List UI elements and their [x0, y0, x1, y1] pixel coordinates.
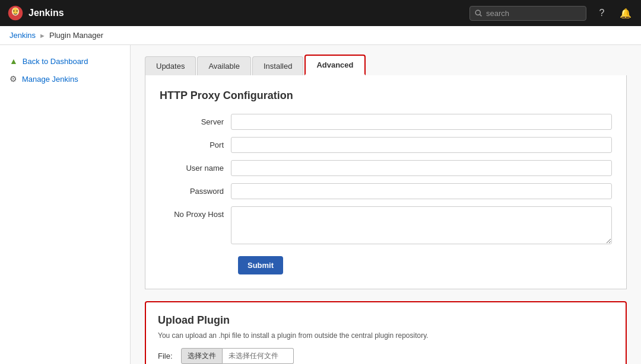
content-area: Updates Available Installed Advanced HTT… [131, 45, 641, 364]
breadcrumb-sep: ► [39, 32, 46, 39]
jenkins-logo-icon [7, 5, 24, 21]
label-server: Server [160, 114, 231, 126]
sidebar-item-manage-jenkins[interactable]: ⚙ Manage Jenkins [0, 70, 130, 88]
tab-available[interactable]: Available [197, 56, 251, 75]
search-icon [475, 9, 483, 17]
submit-area: Submit [238, 256, 612, 274]
file-input-wrapper: 选择文件 未选择任何文件 [181, 348, 294, 364]
nav-brand: Jenkins [7, 5, 64, 21]
field-row-username: User name [160, 160, 612, 176]
breadcrumb-home[interactable]: Jenkins [9, 31, 36, 40]
search-input[interactable] [486, 9, 581, 18]
tab-advanced[interactable]: Advanced [304, 55, 365, 75]
form-title: HTTP Proxy Configuration [160, 90, 612, 102]
notification-icon: 🔔 [620, 8, 632, 19]
input-port[interactable] [231, 137, 612, 153]
sidebar-label-manage: Manage Jenkins [22, 75, 78, 84]
upload-plugin-title: Upload Plugin [158, 314, 614, 327]
top-navbar: Jenkins ? 🔔 [0, 0, 641, 26]
breadcrumb-current: Plugin Manager [49, 31, 103, 40]
svg-point-5 [475, 10, 480, 15]
help-button[interactable]: ? [594, 5, 610, 21]
svg-point-4 [17, 10, 18, 11]
input-password[interactable] [231, 183, 612, 199]
file-choose-button[interactable]: 选择文件 [181, 348, 223, 364]
label-password: Password [160, 183, 231, 196]
manage-jenkins-icon: ⚙ [9, 74, 17, 84]
upload-plugin-section: Upload Plugin You can upload an .hpi fil… [145, 301, 627, 364]
search-box[interactable] [469, 6, 586, 21]
tabs-bar: Updates Available Installed Advanced [131, 45, 641, 75]
input-username[interactable] [231, 160, 612, 176]
form-area: HTTP Proxy Configuration Server Port Use… [145, 75, 627, 289]
field-row-server: Server [160, 114, 612, 130]
sidebar-label-back: Back to Dashboard [23, 57, 88, 66]
file-row: File: 选择文件 未选择任何文件 [158, 348, 614, 364]
input-no-proxy-host[interactable] [231, 206, 612, 244]
label-no-proxy: No Proxy Host [160, 206, 231, 219]
input-server[interactable] [231, 114, 612, 130]
label-port: Port [160, 137, 231, 149]
main-layout: ▲ Back to Dashboard ⚙ Manage Jenkins Upd… [0, 45, 641, 364]
upload-plugin-description: You can upload an .hpi file to install a… [158, 331, 614, 340]
tab-installed[interactable]: Installed [252, 56, 303, 75]
label-username: User name [160, 160, 231, 173]
breadcrumb: Jenkins ► Plugin Manager [0, 26, 641, 45]
tab-updates[interactable]: Updates [145, 56, 196, 75]
svg-line-6 [480, 14, 482, 16]
field-row-port: Port [160, 137, 612, 153]
submit-button[interactable]: Submit [238, 256, 283, 274]
sidebar: ▲ Back to Dashboard ⚙ Manage Jenkins [0, 45, 131, 364]
svg-point-3 [13, 10, 14, 11]
nav-actions: ? 🔔 [469, 5, 634, 21]
sidebar-item-back-to-dashboard[interactable]: ▲ Back to Dashboard [0, 52, 130, 70]
field-row-no-proxy: No Proxy Host [160, 206, 612, 244]
field-row-password: Password [160, 183, 612, 199]
file-label: File: [158, 352, 173, 360]
notification-button[interactable]: 🔔 [617, 5, 634, 21]
file-no-file-label: 未选择任何文件 [223, 348, 294, 364]
app-title: Jenkins [28, 8, 64, 18]
back-to-dashboard-icon: ▲ [9, 56, 18, 66]
